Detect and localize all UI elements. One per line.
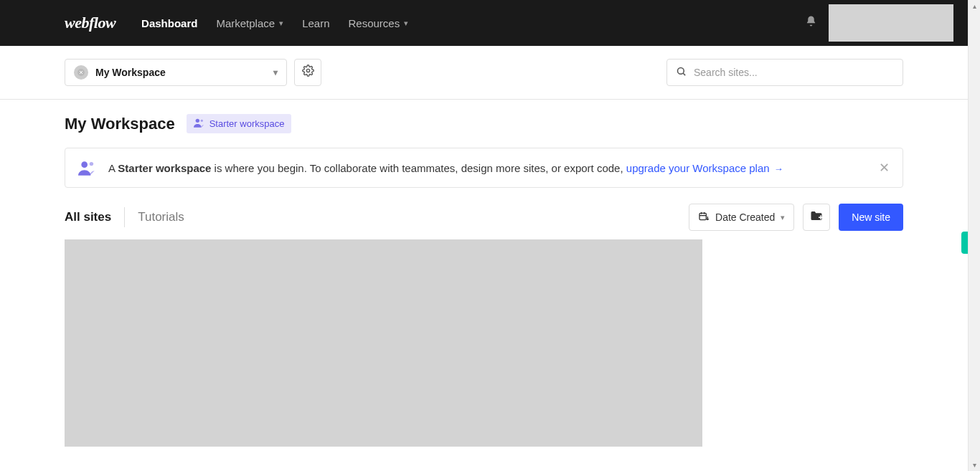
nav-resources-label: Resources: [349, 17, 400, 29]
subheader: My Workspace ▾: [0, 46, 968, 100]
scroll-up-arrow-icon[interactable]: ▴: [969, 0, 980, 12]
tabs-actions: Date Created ▾ New site: [689, 204, 903, 231]
nav-marketplace-label: Marketplace: [216, 17, 275, 29]
workspace-plan-badge[interactable]: Starter workspace: [187, 114, 292, 133]
tabs-row: All sites Tutorials Date Created ▾ New s…: [65, 204, 903, 231]
folder-plus-icon: [810, 210, 823, 224]
tabs: All sites Tutorials: [65, 207, 197, 227]
svg-point-5: [200, 120, 202, 122]
svg-point-4: [195, 119, 199, 123]
banner-prefix: A: [108, 162, 118, 174]
people-icon: [194, 118, 205, 130]
svg-rect-8: [699, 213, 706, 219]
svg-point-1: [306, 69, 309, 72]
search-input[interactable]: [694, 67, 894, 78]
page-title: My Workspace: [65, 115, 175, 133]
account-area-placeholder[interactable]: [829, 4, 953, 42]
workspace-settings-button[interactable]: [294, 59, 321, 86]
upgrade-link-label: upgrade your Workspace plan: [626, 162, 770, 174]
svg-point-2: [678, 68, 684, 75]
workspace-selector-label: My Workspace: [95, 67, 166, 78]
workspace-plan-badge-label: Starter workspace: [209, 118, 285, 129]
chevron-down-icon: ▾: [404, 19, 408, 28]
nav-resources[interactable]: Resources ▾: [349, 17, 409, 29]
chevron-down-icon: ▾: [273, 67, 278, 77]
tab-tutorials[interactable]: Tutorials: [138, 207, 197, 227]
svg-point-6: [81, 161, 88, 168]
topbar-right: [805, 4, 953, 42]
side-tab[interactable]: [961, 232, 968, 254]
nav-marketplace[interactable]: Marketplace ▾: [216, 17, 283, 29]
upgrade-link[interactable]: upgrade your Workspace plan →: [626, 162, 783, 174]
webflow-logo[interactable]: webflow: [65, 14, 116, 32]
calendar-sort-icon: [698, 211, 710, 224]
svg-rect-13: [821, 215, 822, 219]
chevron-down-icon: ▾: [279, 19, 283, 28]
nav-learn[interactable]: Learn: [302, 17, 329, 29]
banner-bold: Starter workspace: [118, 162, 211, 174]
sort-label: Date Created: [715, 211, 775, 223]
gear-icon: [302, 65, 314, 80]
sort-dropdown[interactable]: Date Created ▾: [689, 204, 794, 231]
workspace-selector[interactable]: My Workspace ▾: [65, 59, 287, 86]
search-sites[interactable]: [666, 59, 903, 86]
nav-dashboard[interactable]: Dashboard: [141, 17, 197, 29]
new-folder-button[interactable]: [803, 204, 830, 231]
scroll-down-arrow-icon[interactable]: ▾: [969, 459, 980, 471]
workspace-avatar-icon: [74, 65, 88, 80]
main-content: My Workspace Starter workspace A Starter…: [0, 100, 968, 447]
close-icon: ✕: [879, 161, 890, 175]
tab-all-sites[interactable]: All sites: [65, 207, 125, 227]
close-banner-button[interactable]: ✕: [870, 160, 890, 176]
upgrade-banner: A Starter workspace is where you begin. …: [65, 148, 903, 188]
topbar: webflow Dashboard Marketplace ▾ Learn Re…: [0, 0, 968, 46]
people-icon: [78, 160, 97, 176]
banner-text: A Starter workspace is where you begin. …: [108, 162, 783, 174]
heading-row: My Workspace Starter workspace: [65, 114, 903, 133]
search-icon: [676, 66, 687, 79]
svg-line-3: [683, 73, 685, 75]
arrow-right-icon: →: [774, 163, 783, 174]
new-site-button[interactable]: New site: [839, 204, 903, 231]
chevron-down-icon: ▾: [781, 213, 785, 222]
main-nav: Dashboard Marketplace ▾ Learn Resources …: [141, 17, 408, 29]
svg-point-7: [90, 162, 93, 166]
banner-suffix: is where you begin. To collaborate with …: [211, 162, 626, 174]
bell-icon[interactable]: [805, 15, 817, 31]
site-card-placeholder[interactable]: [65, 239, 702, 447]
scrollbar[interactable]: ▴ ▾: [968, 0, 980, 471]
